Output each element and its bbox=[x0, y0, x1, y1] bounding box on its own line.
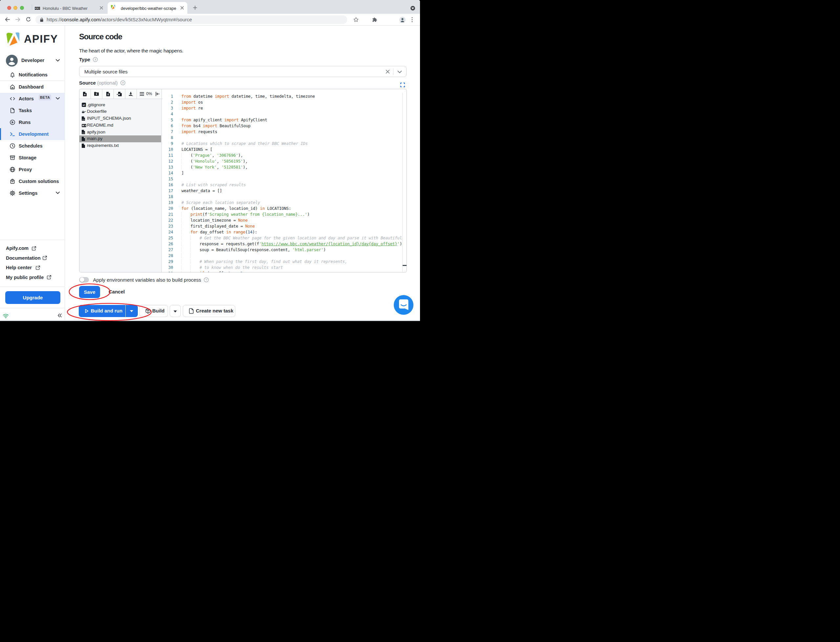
sidebar-item-tasks[interactable]: Tasks bbox=[0, 105, 65, 117]
tab-apify-console[interactable]: developer/bbc-weather-scrape bbox=[107, 2, 187, 14]
sidebar-link-my-public-profile[interactable]: My public profile bbox=[0, 273, 65, 283]
select-chevron-icon[interactable] bbox=[397, 70, 402, 73]
play-icon bbox=[85, 309, 89, 313]
forward-button[interactable] bbox=[15, 17, 21, 22]
editor-scrollbar-thumb[interactable] bbox=[403, 265, 407, 266]
file-tree-item-input-schema-json[interactable]: </>INPUT_SCHEMA.json bbox=[80, 115, 162, 122]
sidebar-item-custom-solutions[interactable]: Custom solutions bbox=[0, 175, 65, 187]
cancel-button[interactable]: Cancel bbox=[109, 289, 125, 295]
intercom-chat-button[interactable] bbox=[394, 295, 413, 315]
file-tree-item-requirements-txt[interactable]: requirements.txt bbox=[80, 142, 162, 149]
sidebar-link-apify-com[interactable]: Apify.com bbox=[0, 244, 65, 253]
browser-menu-icon[interactable] bbox=[411, 17, 413, 22]
code-line: 26 response = requests.get(f'https://www… bbox=[162, 241, 402, 246]
build-button[interactable]: Build bbox=[140, 305, 168, 317]
line-number: 12 bbox=[162, 159, 173, 164]
type-label-row: Type? bbox=[79, 57, 98, 63]
editor-scrollbar-track[interactable] bbox=[402, 92, 406, 272]
close-tab-icon[interactable] bbox=[180, 6, 184, 10]
apify-logo[interactable] bbox=[6, 32, 19, 46]
clear-select-icon[interactable] bbox=[385, 70, 390, 74]
code-line: 7import requests bbox=[162, 128, 402, 135]
close-window-button[interactable] bbox=[7, 6, 11, 10]
file-tree-item-apify-json[interactable]: </>apify.json bbox=[80, 128, 162, 135]
extensions-puzzle-icon[interactable] bbox=[372, 17, 377, 22]
code-icon bbox=[10, 96, 15, 102]
code-line: 18 bbox=[162, 193, 402, 199]
line-number: 9 bbox=[162, 141, 173, 146]
home-icon bbox=[10, 84, 15, 90]
sidebar-item-runs[interactable]: Runs bbox=[0, 117, 65, 128]
upgrade-button[interactable]: Upgrade bbox=[5, 291, 60, 304]
sidebar-item-label: Storage bbox=[19, 155, 36, 160]
file-icon bbox=[10, 107, 15, 113]
sidebar-item-dashboard[interactable]: Dashboard bbox=[0, 81, 65, 93]
sidebar-link-help-center[interactable]: Help center bbox=[0, 263, 65, 273]
line-number: 26 bbox=[162, 242, 173, 246]
env-toggle[interactable] bbox=[79, 277, 89, 283]
external-link-icon bbox=[32, 246, 36, 251]
build-and-run-button[interactable]: Build and run bbox=[79, 305, 125, 317]
back-button[interactable] bbox=[5, 17, 10, 22]
build-menu-button[interactable] bbox=[170, 305, 181, 317]
file-tree-item-dockerfile[interactable]: Dockerfile bbox=[80, 108, 162, 115]
line-number: 19 bbox=[162, 200, 173, 205]
code-line: 19# Scrape each location separately bbox=[162, 199, 402, 205]
file-name: INPUT_SCHEMA.json bbox=[87, 116, 131, 121]
import-file-button[interactable] bbox=[114, 89, 125, 99]
sidebar-item-actors[interactable]: ActorsBETA bbox=[0, 93, 65, 105]
profile-avatar[interactable] bbox=[399, 17, 406, 23]
external-link-icon bbox=[36, 266, 40, 270]
zoom-window-button[interactable] bbox=[20, 6, 24, 10]
file-tree-item--gitignore[interactable]: git.gitignore bbox=[80, 101, 162, 108]
sidebar-item-schedules[interactable]: Schedules bbox=[0, 140, 65, 152]
bookmark-star-icon[interactable] bbox=[353, 17, 359, 22]
apify-logo-text: APIFY bbox=[24, 33, 58, 45]
sidebar-item-settings[interactable]: Settings bbox=[0, 187, 65, 199]
code-line: 2import os bbox=[162, 99, 402, 105]
collapse-left-icon[interactable] bbox=[156, 92, 160, 96]
code-line: 6from bs4 import BeautifulSoup bbox=[162, 123, 402, 128]
code-line: 27 soup = BeautifulSoup(response.content… bbox=[162, 246, 402, 253]
type-select[interactable]: Multiple source files bbox=[79, 66, 406, 77]
close-tab-icon[interactable] bbox=[100, 6, 103, 10]
git-file-icon: git bbox=[82, 102, 86, 108]
reload-button[interactable] bbox=[26, 17, 31, 22]
code-editor[interactable]: 1from datetime import datetime, time, ti… bbox=[162, 89, 402, 272]
code-line: 31 if day_offset == 0: bbox=[162, 270, 402, 272]
download-button[interactable] bbox=[125, 89, 137, 99]
sidebar: APIFY Developer NotificationsDashboardAc… bbox=[0, 26, 65, 321]
file-tree-item-readme-md[interactable]: README.md bbox=[80, 122, 162, 128]
tab-bbc-weather[interactable]: B B C Honolulu - BBC Weather bbox=[32, 0, 107, 14]
caret-down-icon bbox=[174, 311, 177, 313]
collapse-sidebar-icon[interactable] bbox=[58, 313, 62, 318]
address-bar[interactable]: https://console.apify.com/actors/dev/k5t… bbox=[36, 15, 347, 24]
sidebar-link-documentation[interactable]: Documentation bbox=[0, 253, 65, 263]
new-folder-button[interactable] bbox=[91, 89, 102, 99]
help-icon[interactable]: ? bbox=[120, 80, 125, 85]
file-tree-item-main-py[interactable]: main.py bbox=[80, 135, 161, 142]
build-and-run-menu-button[interactable] bbox=[126, 305, 138, 317]
help-icon[interactable]: ? bbox=[204, 277, 209, 282]
tab-search-button[interactable] bbox=[411, 6, 415, 11]
line-number: 17 bbox=[162, 188, 173, 193]
upload-file-button[interactable] bbox=[102, 89, 114, 99]
code-line: 16# List with scraped results bbox=[162, 182, 402, 188]
sidebar-item-development[interactable]: Development bbox=[0, 128, 65, 140]
save-button[interactable]: Save bbox=[79, 286, 100, 298]
window-bottom-edge bbox=[0, 320, 420, 321]
create-new-task-button[interactable]: Create new task bbox=[183, 305, 235, 317]
sidebar-item-storage[interactable]: Storage bbox=[0, 152, 65, 164]
line-number: 14 bbox=[162, 170, 173, 175]
new-tab-button[interactable] bbox=[193, 6, 197, 10]
minimize-window-button[interactable] bbox=[13, 6, 17, 10]
sidebar-item-proxy[interactable]: Proxy bbox=[0, 164, 65, 175]
code-line: 11 ('Prague', '3067696'), bbox=[162, 152, 402, 158]
lock-icon bbox=[40, 18, 43, 22]
account-switcher[interactable]: Developer bbox=[0, 55, 65, 66]
plain-file-icon bbox=[82, 143, 85, 149]
new-file-button[interactable] bbox=[80, 89, 91, 99]
sidebar-item-notifications[interactable]: Notifications bbox=[0, 69, 65, 81]
help-icon[interactable]: ? bbox=[93, 57, 98, 62]
fullscreen-expand-icon[interactable] bbox=[400, 83, 405, 87]
